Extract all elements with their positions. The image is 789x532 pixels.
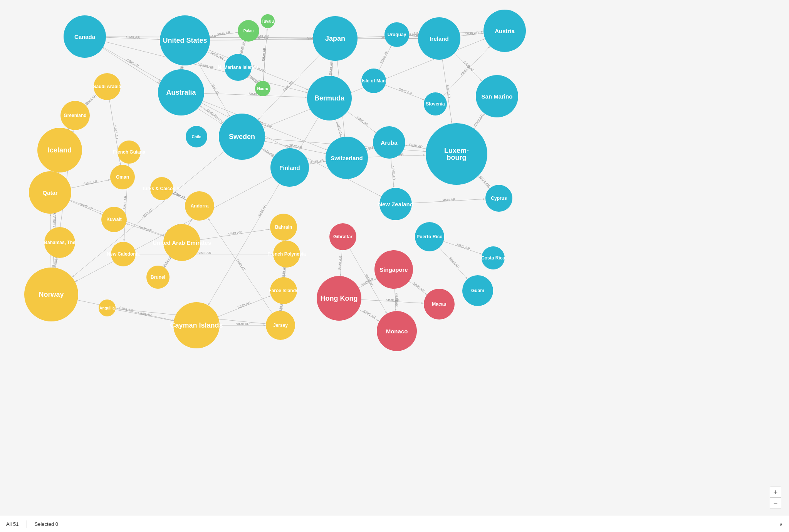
node-circle-australia[interactable] <box>158 69 204 115</box>
node-kuwait[interactable]: Kuwait <box>101 207 127 232</box>
node-circle-costa_rica[interactable] <box>482 246 505 269</box>
node-brunei[interactable]: Brunei <box>146 266 170 289</box>
node-circle-sweden[interactable] <box>219 114 265 160</box>
node-ireland[interactable]: Ireland <box>418 17 460 60</box>
node-circle-san_marino[interactable] <box>476 75 518 117</box>
node-chile[interactable]: Chile <box>186 126 207 147</box>
node-circle-n_mariana[interactable] <box>225 54 252 81</box>
node-turks_caicos[interactable]: Turks & Caicos Is. <box>142 177 181 200</box>
node-palau[interactable]: Palau <box>238 20 259 42</box>
node-san_marino[interactable]: San Marino <box>476 75 518 117</box>
node-costa_rica[interactable]: Costa Rica <box>481 246 505 269</box>
node-new_zealand[interactable]: New Zealand <box>378 188 413 220</box>
node-circle-macau[interactable] <box>424 289 455 320</box>
node-new_caledonia[interactable]: New Caledonia <box>107 242 140 266</box>
node-circle-new_zealand[interactable] <box>379 188 412 220</box>
node-slovenia[interactable]: Slovenia <box>424 92 447 115</box>
node-greenland[interactable]: Greenland <box>60 101 90 130</box>
node-circle-guam[interactable] <box>462 275 493 306</box>
node-monaco[interactable]: Monaco <box>377 311 417 351</box>
node-circle-tuvalu[interactable] <box>261 14 275 28</box>
node-circle-austria[interactable] <box>483 10 526 52</box>
node-bahrain[interactable]: Bahrain <box>270 214 297 241</box>
node-circle-andorra[interactable] <box>185 191 214 221</box>
node-circle-monaco[interactable] <box>377 311 417 351</box>
node-circle-palau[interactable] <box>238 20 259 42</box>
node-circle-french_guiana[interactable] <box>118 141 141 164</box>
node-circle-iceland[interactable] <box>37 128 82 172</box>
node-circle-slovenia[interactable] <box>424 92 447 115</box>
node-circle-kuwait[interactable] <box>101 207 127 232</box>
zoom-in-button[interactable]: + <box>770 487 781 498</box>
node-circle-uruguay[interactable] <box>384 22 409 47</box>
node-circle-chile[interactable] <box>186 126 207 147</box>
node-circle-switzerland[interactable] <box>326 137 368 179</box>
node-circle-finland[interactable] <box>270 148 309 187</box>
node-jersey[interactable]: Jersey <box>266 311 295 340</box>
node-bermuda[interactable]: Bermuda <box>307 76 352 120</box>
node-cyprus[interactable]: Cyprus <box>485 185 512 212</box>
node-macau[interactable]: Macau <box>424 289 455 320</box>
node-uae[interactable]: United Arab Emirates <box>153 224 211 261</box>
node-circle-canada[interactable] <box>64 15 106 58</box>
node-hong_kong[interactable]: Hong Kong <box>317 276 361 321</box>
node-uruguay[interactable]: Uruguay <box>384 22 409 47</box>
node-guam[interactable]: Guam <box>462 275 493 306</box>
node-circle-qatar[interactable] <box>29 171 71 214</box>
node-bahamas[interactable]: Bahamas, The <box>44 227 76 258</box>
node-circle-luxembourg[interactable] <box>426 123 487 185</box>
node-andorra[interactable]: Andorra <box>185 191 214 221</box>
node-circle-aruba[interactable] <box>373 126 405 159</box>
node-cayman_islands[interactable]: Cayman Islands <box>170 302 223 348</box>
node-austria[interactable]: Austria <box>483 10 526 52</box>
node-nauru[interactable]: Nauru <box>255 81 270 96</box>
node-circle-bermuda[interactable] <box>307 76 352 120</box>
node-circle-cyprus[interactable] <box>485 185 512 212</box>
node-circle-turks_caicos[interactable] <box>150 177 173 200</box>
node-sweden[interactable]: Sweden <box>219 114 265 160</box>
node-anguilla[interactable]: Anguilla <box>99 299 116 316</box>
node-circle-brunei[interactable] <box>146 266 170 289</box>
node-canada[interactable]: Canada <box>64 15 106 58</box>
node-qatar[interactable]: Qatar <box>29 171 71 214</box>
node-circle-cayman_islands[interactable] <box>173 302 220 348</box>
collapse-chevron[interactable]: ∧ <box>779 522 783 527</box>
node-circle-uae[interactable] <box>163 224 200 261</box>
node-united_states[interactable]: United States <box>160 15 210 65</box>
zoom-out-button[interactable]: − <box>770 498 781 509</box>
node-norway[interactable]: Norway <box>24 268 78 321</box>
node-circle-oman[interactable] <box>110 165 135 189</box>
node-circle-new_caledonia[interactable] <box>111 242 136 266</box>
node-tuvalu[interactable]: Tuvalu <box>261 14 275 28</box>
node-french_guiana[interactable]: French Guiana <box>113 141 145 164</box>
node-circle-ireland[interactable] <box>418 17 460 60</box>
node-singapore[interactable]: Singapore <box>374 250 413 289</box>
node-circle-united_states[interactable] <box>160 15 210 65</box>
node-circle-isle_of_man[interactable] <box>361 69 386 93</box>
node-circle-hong_kong[interactable] <box>317 276 361 321</box>
node-japan[interactable]: Japan <box>313 16 358 61</box>
node-finland[interactable]: Finland <box>270 148 309 187</box>
node-australia[interactable]: Australia <box>158 69 204 115</box>
node-oman[interactable]: Oman <box>110 165 135 189</box>
node-faroe_islands[interactable]: Faroe Islands <box>269 277 299 304</box>
node-luxembourg[interactable]: Luxem-bourg <box>426 123 487 185</box>
node-circle-japan[interactable] <box>313 16 358 61</box>
node-gibraltar[interactable]: Gibraltar <box>329 223 356 250</box>
node-circle-jersey[interactable] <box>266 311 295 340</box>
node-circle-singapore[interactable] <box>374 250 413 289</box>
node-circle-faroe_islands[interactable] <box>270 277 297 304</box>
node-circle-french_polynesia[interactable] <box>273 241 300 268</box>
node-circle-gibraltar[interactable] <box>329 223 356 250</box>
node-aruba[interactable]: Aruba <box>373 126 405 159</box>
node-circle-bahamas[interactable] <box>44 227 75 258</box>
node-iceland[interactable]: Iceland <box>37 128 82 172</box>
node-circle-norway[interactable] <box>24 268 78 321</box>
node-switzerland[interactable]: Switzerland <box>326 137 368 179</box>
node-saudi_arabia[interactable]: Saudi Arabia <box>93 73 121 100</box>
node-circle-saudi_arabia[interactable] <box>94 73 121 100</box>
node-circle-nauru[interactable] <box>255 81 270 96</box>
node-isle_of_man[interactable]: Isle of Man <box>361 69 386 93</box>
node-puerto_rico[interactable]: Puerto Rico <box>415 222 444 251</box>
node-french_polynesia[interactable]: French Polynesia <box>267 241 306 268</box>
